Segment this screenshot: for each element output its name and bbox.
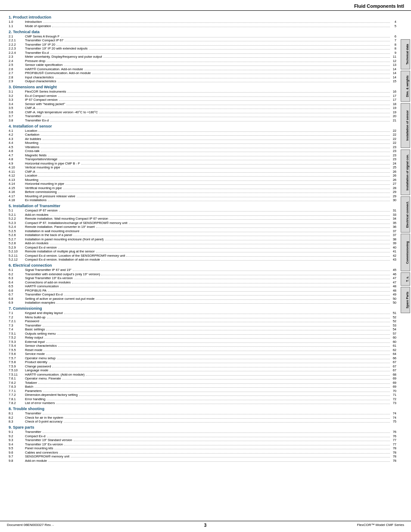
toc-entry: 2.2.2Transmitter 19" IP 208 — [9, 43, 398, 47]
toc-entry-page: 23 — [391, 149, 398, 153]
toc-entry-dots — [96, 227, 390, 228]
toc-entry-num: 4.18 — [9, 198, 25, 202]
toc-entry: 4.7Magnetic fields23 — [9, 153, 398, 157]
toc-entry-page: 60 — [391, 340, 398, 344]
toc-entry: 6.2Transmitter with extended output's (o… — [9, 272, 398, 276]
toc-entry-num: 9.6 — [9, 451, 25, 454]
toc-entry-page: 20 — [391, 114, 398, 118]
toc-entry-page: 78 — [391, 454, 398, 458]
toc-entry-page: 29 — [391, 194, 398, 198]
section-label-s2: 2. Technical data — [9, 30, 75, 34]
toc-entry-dots — [67, 92, 390, 93]
toc-entry: 7.6.2Totalizer69 — [9, 381, 398, 385]
toc-entry-label: Signal Transmitter 19" Ex-version — [25, 276, 73, 280]
toc-entry-page: 76 — [391, 434, 398, 438]
toc-entry: 9.5Panel mounting kits78 — [9, 446, 398, 450]
toc-entry-page: 47 — [391, 276, 398, 280]
toc-entry-dots — [58, 96, 390, 97]
toc-entry-label: Output characteristics — [25, 79, 56, 83]
toc-entry-num: 4.16 — [9, 190, 25, 194]
toc-entry-page: 8 — [391, 47, 398, 50]
toc-entry-label: Sensor with "heating jacket" — [25, 102, 65, 106]
footer-product-name: FlexCOR™ Model CMF Series — [357, 523, 404, 528]
section-header-s3: 3. Dimensions and Weight — [9, 85, 398, 89]
toc-entry: 7.5.5Reset mode62 — [9, 348, 398, 352]
toc-entry-dots — [48, 156, 390, 156]
toc-entry-num: 4.3 — [9, 137, 25, 141]
toc-entry: 2.2.3Transmitter 19" IP 20 with extended… — [9, 47, 398, 50]
toc-entry: 7.1Keypad and display layout51 — [9, 311, 398, 315]
toc-entry-page: 50 — [391, 301, 398, 305]
toc-entry: 4.13Mounting26 — [9, 178, 398, 182]
toc-entry-dots — [40, 143, 390, 144]
toc-entry-page: 35 — [391, 221, 398, 225]
toc-entry-label: Transmitter with extended output's (only… — [25, 272, 100, 276]
toc-entry-label: Product identity — [25, 360, 47, 364]
toc-entry-page: 49 — [391, 292, 398, 296]
toc-entry-num: 5.2.5 — [9, 229, 25, 233]
toc-entry-label: Mode of operation — [25, 24, 51, 28]
toc-entry: 9.3Transmitter 19" Standard version77 — [9, 438, 398, 442]
page-header: Fluid Components Intl — [0, 0, 411, 11]
section-label-s8: 8. Trouble shooting — [9, 407, 75, 411]
toc-entry: 2.6HART® Communication. Add-on module14 — [9, 67, 398, 71]
toc-entry-dots — [64, 295, 390, 296]
toc-entry-page: 25 — [391, 165, 398, 169]
toc-entry-label: Keypad and display layout — [25, 311, 63, 315]
toc-entry-label: Password — [25, 319, 39, 323]
toc-entry: 7.5.4Sensor characteristics61 — [9, 344, 398, 348]
toc-entry-label: CMF Series A through F — [25, 34, 59, 38]
toc-entry-num: 4.6 — [9, 149, 25, 153]
toc-entry-page: 76 — [391, 430, 398, 434]
toc-entry-label: Sensor cable specification — [25, 63, 62, 67]
toc-entry-num: 7.6.3 — [9, 385, 25, 389]
toc-entry-label: HART® communication. (Add-on module) — [25, 373, 84, 376]
toc-entry-label: Language mode — [25, 368, 48, 372]
toc-entry-page: 26 — [391, 174, 398, 177]
toc-entry-label: Panel mounting kits — [25, 446, 53, 450]
toc-entry-dots — [50, 371, 390, 371]
toc-entry-page: 30 — [391, 198, 398, 202]
toc-entry-num: 6.3 — [9, 276, 25, 280]
toc-entry: 2.5Sensor cable specification13 — [9, 63, 398, 67]
toc-entry-label: Remote installation of multiple plug at … — [25, 249, 95, 253]
toc-entry-dots — [46, 330, 390, 330]
toc-entry-label: External input — [25, 340, 45, 344]
toc-entry-label: Pressure drop — [25, 59, 45, 63]
toc-entry-dots — [49, 363, 390, 363]
section-label-s3: 3. Dimensions and Weight — [9, 85, 75, 89]
toc-entry-dots — [52, 27, 390, 27]
toc-entry-dots — [79, 395, 390, 396]
toc-entry-page: 6 — [391, 34, 398, 38]
toc-entry-page: 50 — [391, 297, 398, 301]
toc-entry: 7.3Transmitter53 — [9, 324, 398, 327]
toc-entry-num: 4.10 — [9, 165, 25, 169]
toc-entry-label: CMF-A — [25, 170, 35, 174]
toc-entry-num: 9.1 — [9, 430, 25, 434]
toc-entry-dots — [126, 256, 390, 257]
toc-entry-label: Installation examples — [25, 301, 55, 305]
toc-entry-num: 9.8 — [9, 459, 25, 463]
toc-entry-num: 7.5.3 — [9, 340, 25, 344]
toc-entry-label: Transmitter Ex-d — [25, 51, 49, 55]
toc-entry-dots — [66, 105, 390, 105]
toc-entry-dots — [72, 283, 390, 283]
toc-entry-dots — [57, 359, 390, 359]
toc-entry-label: Compact IP 67. Installation/exchange of … — [25, 221, 128, 225]
toc-entry-num: 5.2.8 — [9, 241, 25, 245]
toc-entry-page: 73 — [391, 401, 398, 405]
toc-entry-label: Compact Ex-d version. Location of the SE… — [25, 254, 125, 258]
toc-entry-page: 67 — [391, 364, 398, 368]
toc-entry-num: 4.8 — [9, 157, 25, 161]
toc-entry-num: 5.2.2 — [9, 217, 25, 221]
toc-entry-label: Horizontal mounting in pipe CMF B - F — [25, 162, 80, 165]
toc-entry-dots — [43, 414, 390, 414]
section-s2: 2. Technical data2.1CMF Series A through… — [9, 30, 398, 84]
side-tabs-container: Technical data Dim. & weights Installati… — [401, 13, 410, 464]
toc-entry-label: Dimension-dependent factory setting — [25, 393, 78, 397]
toc-entry-dots — [38, 131, 390, 132]
toc-entry-dots — [57, 334, 390, 335]
toc-entry-num: 5.2.4 — [9, 225, 25, 229]
toc-entry: 5.2.6Installation in the back of a panel… — [9, 233, 398, 237]
toc-entry-num: 4.5 — [9, 145, 25, 149]
